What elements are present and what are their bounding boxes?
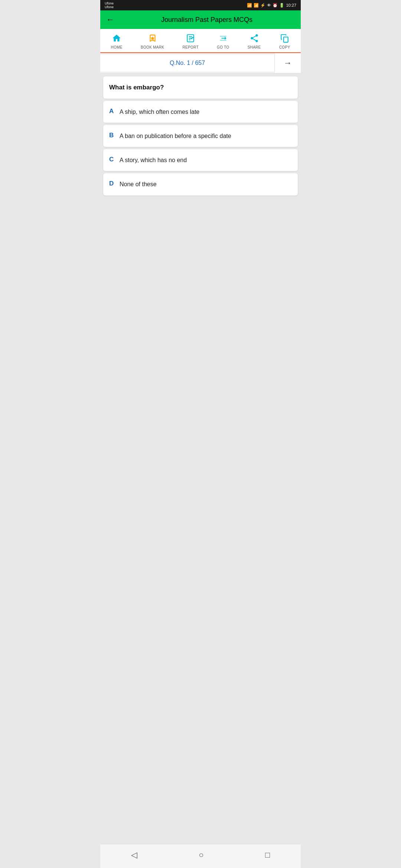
share-label: SHARE (248, 45, 261, 49)
question-number: Q.No. 1 / 657 (100, 55, 275, 72)
option-b-letter: B (109, 132, 115, 139)
option-c-text: A story, which has no end (120, 156, 187, 164)
option-d[interactable]: D None of these (103, 173, 298, 195)
copy-label: COPY (279, 45, 290, 49)
home-icon (112, 33, 121, 45)
bookmark-icon (148, 33, 157, 45)
home-label: HOME (111, 45, 123, 49)
option-d-letter: D (109, 180, 115, 187)
signal-icon: 📶 (247, 3, 252, 8)
svg-rect-5 (283, 37, 288, 42)
signal-icon-2: 📶 (254, 3, 259, 8)
option-a-text: A ship, which often comes late (120, 108, 199, 116)
page-title: Journalism Past Papers MCQs (119, 16, 295, 24)
option-b-text: A ban on publication before a specific d… (120, 132, 231, 140)
option-a[interactable]: A A ship, which often comes late (103, 101, 298, 123)
question-text: What is embargo? (109, 84, 164, 91)
option-c[interactable]: C A story, which has no end (103, 149, 298, 171)
toolbar: HOME BOOK MARK REPORT (100, 29, 301, 53)
report-label: REPORT (183, 45, 199, 49)
status-bar: Ufone Ufone 📶 📶 ⚡ 👁 ⏰ 🔋 10:27 (100, 0, 301, 10)
usb-icon: ⚡ (260, 3, 265, 8)
copy-icon (280, 33, 290, 45)
option-d-text: None of these (120, 180, 157, 188)
back-button[interactable]: ← (106, 15, 114, 24)
back-nav-button[interactable]: ◁ (122, 848, 146, 862)
toolbar-item-goto[interactable]: GO TO (214, 32, 232, 51)
option-a-letter: A (109, 108, 115, 115)
bookmark-label: BOOK MARK (141, 45, 164, 49)
header: ← Journalism Past Papers MCQs (100, 10, 301, 29)
carrier-info: Ufone Ufone (105, 1, 114, 9)
toolbar-item-home[interactable]: HOME (108, 32, 125, 51)
battery-icon: 🔋 (279, 3, 284, 8)
bottom-nav: ◁ ○ □ (100, 844, 301, 868)
goto-label: GO TO (217, 45, 229, 49)
toolbar-item-copy[interactable]: COPY (276, 32, 293, 51)
option-c-letter: C (109, 156, 115, 163)
toolbar-item-report[interactable]: REPORT (180, 32, 202, 51)
alarm-icon: ⏰ (273, 3, 278, 8)
svg-marker-0 (150, 36, 154, 40)
next-arrow[interactable]: → (275, 53, 301, 73)
question-nav: Q.No. 1 / 657 → (100, 53, 301, 73)
toolbar-item-share[interactable]: SHARE (245, 32, 264, 51)
report-icon (186, 33, 195, 45)
question-container: What is embargo? (103, 76, 298, 99)
share-icon (250, 33, 259, 45)
home-nav-button[interactable]: ○ (190, 848, 212, 862)
time-display: 10:27 (286, 3, 296, 7)
goto-icon (218, 33, 228, 45)
option-b[interactable]: B A ban on publication before a specific… (103, 125, 298, 147)
toolbar-item-bookmark[interactable]: BOOK MARK (138, 32, 167, 51)
status-right: 📶 📶 ⚡ 👁 ⏰ 🔋 10:27 (247, 3, 296, 8)
recent-nav-button[interactable]: □ (256, 848, 279, 862)
eye-icon: 👁 (267, 3, 271, 7)
